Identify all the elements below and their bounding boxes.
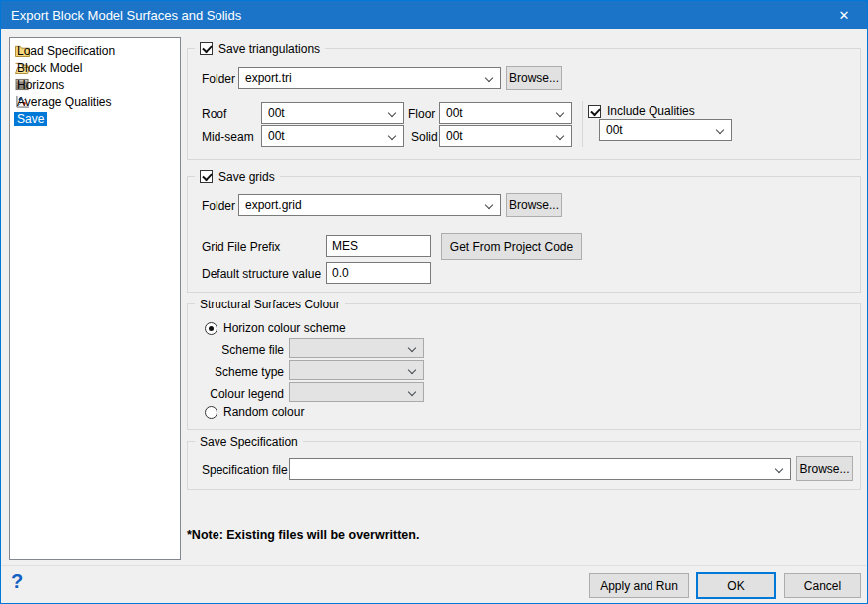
specification-file-label: Specification file [202, 463, 288, 477]
radio-icon [205, 406, 217, 419]
close-icon: ✕ [839, 8, 850, 23]
triangulations-folder-combobox[interactable]: export.tri [238, 67, 501, 89]
combobox-value: 00t [606, 123, 623, 137]
structural-surfaces-colour-label: Structural Surfaces Colour [195, 296, 345, 312]
specification-file-combobox[interactable] [289, 458, 791, 480]
default-structure-value-input[interactable]: 0.0 [326, 262, 431, 284]
sidebar-item-save[interactable]: Save [10, 110, 180, 127]
random-colour-radio[interactable]: Random colour [205, 405, 304, 419]
apply-and-run-button[interactable]: Apply and Run [589, 573, 689, 598]
combobox-value: 00t [446, 106, 463, 120]
floor-combobox[interactable]: 00t [439, 102, 572, 124]
save-grids-checkbox[interactable]: Save grids [195, 168, 280, 185]
grids-folder-combobox[interactable]: export.grid [238, 194, 501, 216]
checkbox-icon [588, 105, 601, 118]
horizon-colour-scheme-label: Horizon colour scheme [223, 321, 346, 335]
sidebar-item-average-qualities[interactable]: Average Qualities [10, 93, 180, 110]
mid-seam-label: Mid-seam [202, 130, 254, 144]
roof-combobox[interactable]: 00t [261, 102, 404, 124]
footer-divider [1, 565, 867, 566]
include-qualities-label: Include Qualities [607, 104, 695, 118]
default-structure-value-label: Default structure value [202, 267, 321, 281]
chevron-down-icon [485, 74, 493, 82]
help-button[interactable]: ? [11, 570, 23, 593]
save-grids-label: Save grids [218, 170, 275, 184]
mid-seam-combobox[interactable]: 00t [261, 125, 404, 147]
title-bar: Export Block Model Surfaces and Solids ✕ [1, 1, 867, 29]
sidebar-item-block-model[interactable]: Block Model [10, 59, 180, 76]
chevron-down-icon [556, 132, 564, 140]
chevron-down-icon [716, 126, 724, 134]
chevron-down-icon [408, 344, 416, 352]
chevron-down-icon [388, 109, 396, 117]
combobox-value: 00t [268, 129, 285, 143]
qualities-combobox[interactable]: 00t [599, 119, 732, 141]
chevron-down-icon [388, 132, 396, 140]
sidebar-item-label: Block Model [14, 61, 85, 75]
chevron-down-icon [485, 201, 493, 209]
grids-browse-button[interactable]: Browse... [506, 193, 562, 217]
combobox-value: 00t [268, 106, 285, 120]
solid-label: Solid [411, 130, 438, 144]
save-specification-group: Save Specification Specification file Br… [187, 441, 861, 490]
sidebar-item-horizons[interactable]: Horizons [10, 76, 180, 93]
scheme-type-combobox [289, 360, 424, 380]
close-button[interactable]: ✕ [821, 1, 867, 29]
colour-legend-label: Colour legend [204, 387, 284, 401]
chevron-down-icon [775, 465, 783, 473]
sidebar-item-label: Save [14, 112, 47, 126]
cancel-button[interactable]: Cancel [784, 573, 861, 598]
floor-label: Floor [408, 107, 435, 121]
scheme-file-combobox [289, 338, 424, 358]
scheme-file-label: Scheme file [204, 343, 284, 357]
sidebar-item-label: Average Qualities [14, 95, 115, 109]
random-colour-label: Random colour [223, 405, 304, 419]
save-grids-group: Save grids Folder export.grid Browse... … [187, 176, 861, 293]
save-triangulations-checkbox[interactable]: Save triangulations [195, 40, 325, 57]
triangulations-browse-button[interactable]: Browse... [506, 66, 562, 90]
combobox-value: export.grid [245, 198, 302, 212]
chevron-down-icon [408, 388, 416, 396]
horizon-colour-scheme-radio[interactable]: Horizon colour scheme [205, 321, 346, 335]
include-qualities-checkbox[interactable]: Include Qualities [588, 104, 695, 118]
save-triangulations-label: Save triangulations [218, 42, 320, 56]
get-from-project-code-button[interactable]: Get From Project Code [441, 233, 582, 260]
checkbox-icon [200, 42, 213, 55]
grid-file-prefix-input[interactable]: MES [326, 235, 431, 257]
chevron-down-icon [408, 366, 416, 374]
dialog-title: Export Block Model Surfaces and Solids [1, 8, 241, 23]
combobox-value: 00t [446, 129, 463, 143]
roof-label: Roof [202, 107, 226, 121]
colour-legend-combobox [289, 382, 424, 402]
divider [582, 101, 583, 147]
ok-button[interactable]: OK [696, 572, 776, 599]
chevron-down-icon [556, 109, 564, 117]
specification-browse-button[interactable]: Browse... [796, 456, 853, 481]
structural-surfaces-colour-group: Structural Surfaces Colour Horizon colou… [187, 303, 861, 430]
sidebar-item-label: Load Specification [14, 44, 118, 58]
solid-combobox[interactable]: 00t [439, 125, 572, 147]
save-triangulations-group: Save triangulations Folder export.tri Br… [187, 48, 861, 160]
grid-file-prefix-label: Grid File Prefix [202, 240, 280, 254]
sidebar-item-label: Horizons [14, 78, 67, 92]
combobox-value: export.tri [245, 71, 292, 85]
folder-label: Folder [202, 72, 235, 86]
sidebar-item-load-specification[interactable]: Load Specification [10, 42, 180, 59]
overwrite-note: *Note: Existing files will be overwritte… [187, 528, 419, 542]
save-specification-label: Save Specification [195, 433, 303, 450]
checkbox-icon [200, 170, 213, 183]
sidebar-list: Load Specification Block Model Horizons … [9, 37, 181, 560]
scheme-type-label: Scheme type [204, 365, 284, 379]
radio-icon [205, 322, 217, 335]
export-dialog: Export Block Model Surfaces and Solids ✕… [0, 0, 868, 604]
folder-label: Folder [202, 199, 235, 213]
